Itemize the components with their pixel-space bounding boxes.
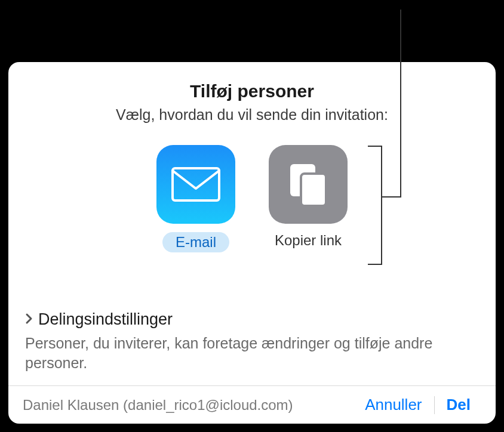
dialog-title: Tilføj personer (25, 81, 479, 101)
copy-link-option[interactable]: Kopier link (269, 145, 348, 252)
dialog-subtitle: Vælg, hvordan du vil sende din invitatio… (25, 106, 479, 124)
footer-actions: Annuller Del (353, 394, 483, 415)
svg-rect-2 (301, 174, 326, 206)
share-dialog: Tilføj personer Vælg, hvordan du vil sen… (8, 62, 496, 424)
chevron-right-icon (25, 310, 33, 329)
share-button[interactable]: Del (435, 394, 483, 415)
mail-icon (156, 145, 235, 224)
svg-rect-0 (173, 168, 219, 200)
cancel-button[interactable]: Annuller (353, 394, 434, 415)
sharing-settings-section: Delingsindstillinger Personer, du invite… (25, 310, 479, 374)
invitation-options: E-mail Kopier link (25, 145, 479, 252)
email-option[interactable]: E-mail (156, 145, 235, 252)
user-info: Daniel Klausen (daniel_rico1@icloud.com) (23, 397, 293, 414)
sharing-settings-description: Personer, du inviterer, kan foretage ænd… (25, 334, 479, 374)
copy-icon (269, 145, 348, 224)
callout-line (400, 10, 401, 197)
dialog-footer: Daniel Klausen (daniel_rico1@icloud.com)… (8, 385, 496, 424)
sharing-settings-label: Delingsindstillinger (38, 310, 173, 329)
callout-line (382, 196, 401, 198)
sharing-settings-toggle[interactable]: Delingsindstillinger (25, 310, 479, 329)
callout-bracket (368, 146, 382, 265)
dialog-content: Tilføj personer Vælg, hvordan du vil sen… (8, 62, 496, 385)
copy-link-option-label: Kopier link (275, 232, 342, 249)
email-option-label: E-mail (162, 232, 229, 252)
